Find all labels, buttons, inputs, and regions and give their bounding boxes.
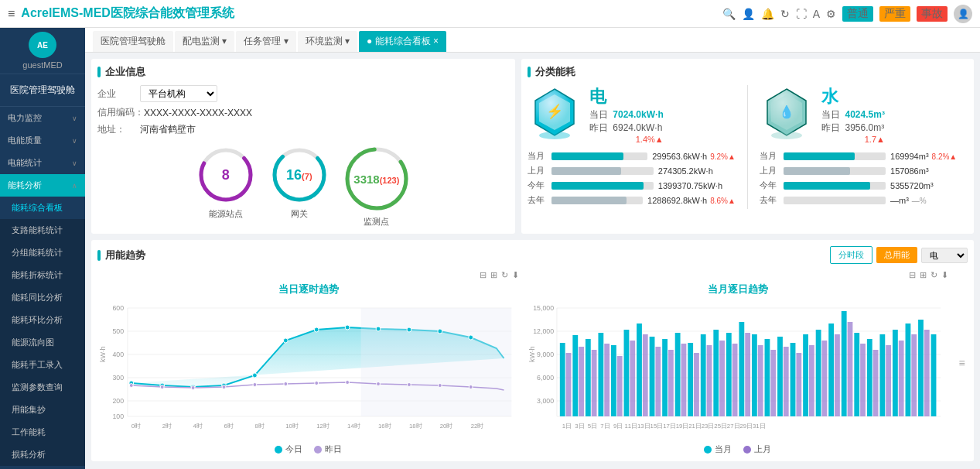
circle-value-2b: (7) (302, 172, 312, 181)
chart-icon-download[interactable]: ⬇ (512, 270, 519, 280)
sidebar-item-14[interactable]: 工作能耗 (0, 421, 85, 443)
sidebar-item-11[interactable]: 能耗手工录入 (0, 354, 85, 376)
font-icon[interactable]: A (813, 8, 820, 20)
svg-point-61 (377, 382, 381, 386)
chart-icon-refresh[interactable]: ↻ (501, 270, 508, 280)
scroll-indicator[interactable]: ≡ (956, 270, 968, 455)
avatar[interactable]: 👤 (954, 5, 972, 23)
chart-icon-download2[interactable]: ⬇ (941, 270, 948, 280)
menu-icon[interactable]: ≡ (8, 7, 15, 21)
circle-value-2-wrapper: 16 (7) (286, 167, 312, 183)
bar-d10-last (681, 344, 687, 416)
sidebar-item-5[interactable]: 支路能耗统计 (0, 219, 85, 241)
energy-water: 💧 水 当日 4024.5m³ (760, 85, 968, 209)
sidebar-item-12[interactable]: 监测参数查询 (0, 376, 85, 399)
svg-text:15日: 15日 (650, 423, 664, 430)
sidebar-item-3[interactable]: 能耗分析∧ (0, 174, 85, 197)
svg-text:400: 400 (112, 351, 124, 358)
svg-text:4时: 4时 (193, 423, 203, 430)
sidebar-item-2[interactable]: 电能统计∨ (0, 152, 85, 174)
svg-text:9,000: 9,000 (537, 351, 554, 358)
elec-row-this-year: 今年 1399370.75kW·h (528, 180, 736, 191)
settings-icon[interactable]: ⚙ (826, 8, 836, 20)
chart-icon-col[interactable]: ⊞ (490, 270, 497, 280)
energy-water-header: 💧 水 当日 4024.5m³ (760, 85, 968, 144)
sidebar-item-13[interactable]: 用能集抄 (0, 399, 85, 421)
svg-point-58 (284, 382, 288, 386)
bar-d26-last (886, 345, 891, 416)
sidebar-item-1[interactable]: 电能质量∨ (0, 129, 85, 152)
legend-last-month: 上月 (743, 443, 771, 455)
electricity-yesterday: 昨日 6924.0kW·h (589, 122, 664, 135)
electricity-values: 电 当日 7024.0kW·h 昨日 6924.0kW·h (589, 85, 664, 144)
chart-icon-bar2[interactable]: ⊟ (909, 270, 916, 280)
bar-d7-last (643, 334, 648, 416)
badge-danger[interactable]: 事故 (917, 6, 948, 22)
bar-d3-cur (586, 339, 591, 416)
tab-distribution[interactable]: 配电监测 ▾ (175, 31, 234, 52)
sidebar-item-6[interactable]: 分组能耗统计 (0, 241, 85, 264)
sidebar-menu-item[interactable]: 医院管理驾驶舱 (0, 74, 85, 107)
svg-text:17日: 17日 (663, 423, 676, 430)
chart-daily-legend: 今日 昨日 (97, 443, 519, 455)
company-row-name: 企业 平台机构 (97, 85, 509, 102)
chart-icon-refresh2[interactable]: ↻ (930, 270, 937, 280)
bar-d10-cur (675, 333, 681, 416)
bar-d29-last (924, 330, 930, 416)
divider-v (747, 85, 748, 209)
svg-text:12,000: 12,000 (533, 327, 554, 335)
energy-type-select[interactable]: 电 水 (921, 248, 968, 263)
chart-daily-title: 当日逐时趋势 (97, 282, 519, 296)
chart-daily: ⊟ ⊞ ↻ ⬇ 当日逐时趋势 (97, 270, 519, 455)
tab-hospital-dashboard[interactable]: 医院管理驾驶舱 (93, 31, 173, 52)
elec-row-current-month: 当月 299563.6kW·h9.2%▲ (528, 150, 736, 162)
company-select[interactable]: 平台机构 (140, 85, 217, 102)
sidebar-management[interactable]: 医院管理驾驶舱 (0, 78, 85, 102)
sidebar-item-7[interactable]: 能耗折标统计 (0, 264, 85, 286)
svg-text:23日: 23日 (702, 423, 715, 430)
refresh-icon[interactable]: ↻ (780, 8, 790, 20)
user-icon[interactable]: 👤 (742, 8, 755, 20)
stats-row: 8 能源站点 16 (97, 144, 509, 228)
svg-text:5日: 5日 (588, 423, 597, 430)
bar-d22-last (835, 334, 840, 416)
search-icon[interactable]: 🔍 (722, 8, 736, 20)
btn-total[interactable]: 总用能 (876, 247, 917, 263)
badge-warning[interactable]: 严重 (879, 6, 910, 22)
sidebar-item-10[interactable]: 能源流向图 (0, 331, 85, 354)
sidebar-item-0[interactable]: 电力监控∨ (0, 107, 85, 129)
sidebar-item-4[interactable]: 能耗综合看板 (0, 197, 85, 219)
water-bar-last-month (784, 167, 886, 175)
btn-hourly[interactable]: 分时段 (830, 246, 872, 264)
svg-text:22时: 22时 (471, 423, 484, 430)
sidebar-item-9[interactable]: 能耗环比分析 (0, 309, 85, 331)
water-svg: 💧 (760, 85, 814, 139)
chart-daily-area: 600 500 400 300 200 100 kW·h 0时 2时 4时 (97, 300, 519, 440)
energy-electricity: ⚡ 电 当日 7024.0kW·h (528, 85, 736, 209)
water-bar-last-year (784, 197, 886, 204)
chart-icon-col2[interactable]: ⊞ (920, 270, 927, 280)
svg-point-53 (129, 384, 133, 388)
svg-text:💧: 💧 (779, 104, 794, 119)
tab-task[interactable]: 任务管理 ▾ (236, 31, 295, 52)
circle-label-3: 监测点 (364, 216, 389, 228)
svg-text:6时: 6时 (224, 423, 234, 430)
tab-energy-overview[interactable]: ● 能耗综合看板 × (359, 31, 446, 52)
fullscreen-icon[interactable]: ⛶ (796, 8, 807, 20)
water-row-last-year: 去年 —m³—% (760, 194, 968, 206)
svg-point-56 (222, 385, 226, 389)
sidebar-item-15[interactable]: 损耗分析 (0, 443, 85, 466)
elec-bar-last-month (551, 167, 654, 175)
main-content: 企业信息 企业 平台机构 信用编码： XXXX-XXXX-XXXX-XXXX (85, 53, 980, 469)
bar-d20-last (809, 345, 814, 416)
svg-text:15,000: 15,000 (533, 304, 554, 312)
chart-icon-bar[interactable]: ⊟ (480, 270, 487, 280)
energy-electricity-header: ⚡ 电 当日 7024.0kW·h (528, 85, 736, 144)
sidebar-item-8[interactable]: 能耗同比分析 (0, 286, 85, 309)
logo-circle: AE (29, 32, 56, 58)
elec-bar-last-year (551, 197, 643, 204)
bar-d11-last (694, 353, 699, 416)
elec-bar-fill-3 (551, 182, 644, 190)
bell-icon[interactable]: 🔔 (761, 8, 774, 20)
tab-environment[interactable]: 环境监测 ▾ (298, 31, 357, 52)
